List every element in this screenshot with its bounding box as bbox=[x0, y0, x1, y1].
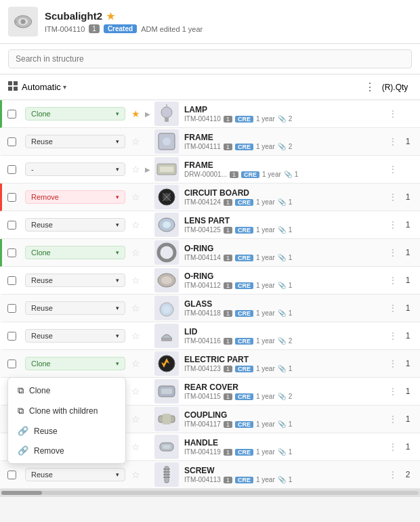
more-dots-icon[interactable]: ⋮ bbox=[386, 109, 400, 118]
more-dots-icon[interactable]: ⋮ bbox=[386, 220, 400, 230]
action-chevron-icon: ▾ bbox=[116, 277, 119, 284]
search-input[interactable] bbox=[8, 49, 412, 68]
favorite-star[interactable]: ☆ bbox=[129, 219, 142, 230]
more-dots-icon[interactable]: ⋮ bbox=[386, 303, 400, 313]
action-cell: Clone ▾ bbox=[21, 107, 129, 121]
chevron-down-icon[interactable]: ▾ bbox=[63, 83, 66, 91]
row-checkbox[interactable] bbox=[7, 165, 16, 174]
item-meta: ITM-004113 1 CRE 1 year 📎 1 bbox=[184, 476, 382, 483]
row-checkbox[interactable] bbox=[7, 276, 16, 285]
action-dropdown[interactable]: ⧉ Clone ⧉ Clone with children 🔗 Reuse 🔗 … bbox=[7, 377, 126, 464]
more-dots-icon[interactable]: ⋮ bbox=[386, 387, 400, 396]
more-dots-icon[interactable]: ⋮ bbox=[386, 331, 400, 341]
action-button[interactable]: Reuse ▾ bbox=[25, 135, 125, 148]
item-image bbox=[154, 296, 179, 320]
action-button[interactable]: Reuse ▾ bbox=[25, 218, 125, 232]
favorite-star[interactable]: ☆ bbox=[129, 192, 142, 202]
version-badge: 1 bbox=[224, 116, 232, 123]
favorite-star[interactable]: ★ bbox=[129, 108, 142, 119]
table-row: Reuse ▾ ☆ SCREW ITM-004113 1 CRE 1 year … bbox=[0, 461, 420, 489]
action-button[interactable]: Remove ▾ bbox=[25, 190, 125, 204]
row-checkbox[interactable] bbox=[7, 137, 16, 146]
dropdown-label: Reuse bbox=[34, 427, 58, 436]
row-checkbox-wrapper bbox=[2, 248, 21, 257]
grid-icon bbox=[8, 81, 18, 93]
item-name: O-RING bbox=[184, 244, 382, 253]
favorite-star[interactable]: ☆ bbox=[129, 164, 142, 175]
svg-point-25 bbox=[163, 305, 171, 313]
more-dots-icon[interactable]: ⋮ bbox=[386, 192, 400, 202]
more-dots-icon[interactable]: ⋮ bbox=[386, 276, 400, 285]
row-checkbox[interactable] bbox=[7, 360, 16, 368]
more-dots-icon[interactable]: ⋮ bbox=[386, 165, 400, 174]
row-checkbox[interactable] bbox=[7, 221, 16, 230]
row-checkbox[interactable] bbox=[7, 304, 16, 313]
cre-badge: CRE bbox=[235, 449, 253, 456]
scrollbar[interactable] bbox=[0, 489, 420, 497]
action-button[interactable]: Clone ▾ bbox=[25, 357, 125, 370]
table-row: - ▾ ☆ ▶ FRAME DRW-00001... 1 CRE 1 year … bbox=[0, 156, 420, 183]
clip-count: 2 bbox=[289, 337, 293, 345]
clip-icon: 📎 bbox=[278, 282, 286, 289]
item-code: ITM-004125 bbox=[184, 226, 221, 234]
favorite-star[interactable]: ☆ bbox=[129, 247, 142, 258]
favorite-star[interactable]: ☆ bbox=[129, 275, 142, 286]
product-icon bbox=[8, 7, 38, 37]
expand-arrow-icon[interactable]: ▶ bbox=[142, 166, 153, 173]
favorite-star-icon[interactable]: ★ bbox=[106, 11, 115, 22]
header: Scubalight2 ★ ITM-004110 1 Created ADM e… bbox=[0, 0, 420, 44]
item-age: 1 year bbox=[256, 226, 275, 234]
more-dots-icon[interactable]: ⋮ bbox=[386, 442, 400, 452]
action-button[interactable]: Clone ▾ bbox=[25, 246, 125, 259]
dropdown-item-clone[interactable]: ⧉ Clone bbox=[8, 380, 125, 401]
svg-rect-26 bbox=[161, 339, 172, 341]
more-dots-icon[interactable]: ⋮ bbox=[386, 470, 400, 479]
row-qty: 1 bbox=[400, 192, 420, 202]
row-checkbox-wrapper bbox=[2, 221, 21, 230]
action-label: - bbox=[31, 165, 34, 173]
row-checkbox[interactable] bbox=[7, 248, 16, 257]
search-bar bbox=[0, 44, 420, 74]
action-button[interactable]: Reuse ▾ bbox=[25, 329, 125, 343]
expand-arrow-icon[interactable]: ▶ bbox=[142, 110, 153, 118]
edit-meta: ADM edited 1 year bbox=[141, 25, 203, 33]
more-dots-icon[interactable]: ⋮ bbox=[386, 414, 400, 424]
dropdown-item-clone-children[interactable]: ⧉ Clone with children bbox=[8, 401, 125, 421]
version-badge: 1 bbox=[224, 144, 232, 150]
row-qty: 1 bbox=[400, 414, 420, 424]
favorite-star[interactable]: ☆ bbox=[129, 358, 142, 369]
more-dots-icon[interactable]: ⋮ bbox=[386, 359, 400, 368]
item-number: ITM-004110 bbox=[45, 25, 85, 33]
action-button[interactable]: - ▾ bbox=[25, 162, 125, 176]
row-checkbox[interactable] bbox=[7, 332, 16, 341]
action-button[interactable]: Reuse ▾ bbox=[25, 274, 125, 287]
favorite-star[interactable]: ☆ bbox=[129, 330, 142, 341]
favorite-star[interactable]: ☆ bbox=[129, 469, 142, 480]
more-dots-icon[interactable]: ⋮ bbox=[386, 137, 400, 146]
row-checkbox[interactable] bbox=[7, 110, 16, 118]
favorite-star[interactable]: ☆ bbox=[129, 414, 142, 425]
item-image bbox=[154, 379, 179, 404]
dropdown-label: Clone bbox=[29, 386, 50, 395]
item-age: 1 year bbox=[262, 171, 281, 178]
version-badge: 1 bbox=[224, 255, 232, 261]
version-badge: 1 bbox=[224, 227, 232, 234]
dropdown-item-reuse[interactable]: 🔗 Reuse bbox=[8, 421, 125, 441]
action-cell: Clone ▾ bbox=[21, 246, 129, 259]
more-dots-icon[interactable]: ⋮ bbox=[386, 248, 400, 257]
favorite-star[interactable]: ☆ bbox=[129, 441, 142, 452]
toolbar-more-icon[interactable]: ⋮ bbox=[362, 78, 378, 96]
action-button[interactable]: Clone ▾ bbox=[25, 107, 125, 121]
favorite-star[interactable]: ☆ bbox=[129, 386, 142, 397]
dropdown-item-remove[interactable]: 🔗 Remove bbox=[8, 441, 125, 460]
favorite-star[interactable]: ☆ bbox=[129, 136, 142, 147]
favorite-star[interactable]: ☆ bbox=[129, 303, 142, 313]
row-checkbox[interactable] bbox=[7, 471, 16, 479]
clip-count: 2 bbox=[289, 393, 293, 400]
toolbar-mode-label[interactable]: Automatic bbox=[22, 82, 61, 92]
item-name: O-RING bbox=[184, 271, 382, 281]
action-button[interactable]: Reuse ▾ bbox=[25, 468, 125, 481]
row-checkbox[interactable] bbox=[7, 193, 16, 202]
action-button[interactable]: Reuse ▾ bbox=[25, 301, 125, 315]
cre-badge: CRE bbox=[235, 227, 253, 234]
